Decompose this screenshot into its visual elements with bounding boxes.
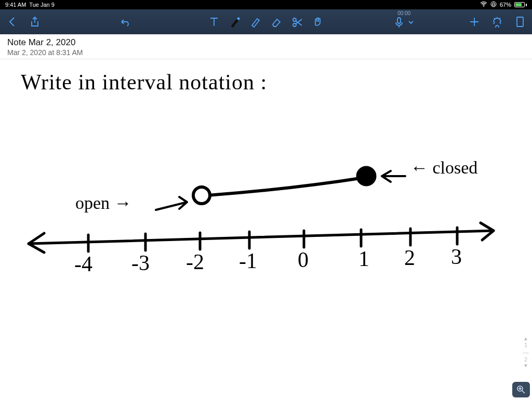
svg-point-6	[193, 187, 210, 204]
note-title: Note Mar 2, 2020	[7, 37, 525, 48]
pages-button[interactable]	[513, 15, 527, 29]
settings-button[interactable]	[490, 15, 504, 29]
page-up-arrow[interactable]: ▲	[523, 337, 528, 341]
page-indicator[interactable]: ▲ 1 — 2 ▼	[521, 337, 531, 368]
tick-1: 1	[358, 246, 369, 271]
svg-rect-5	[517, 17, 523, 26]
recording-group: 00:00	[394, 10, 415, 29]
microphone-button[interactable]	[394, 16, 404, 29]
tick-0: 0	[298, 247, 309, 272]
pen-tool[interactable]	[228, 15, 242, 29]
note-header: Note Mar 2, 2020 Mar 2, 2020 at 8:31 AM	[0, 34, 532, 59]
zoom-button[interactable]	[512, 382, 530, 397]
scissors-tool[interactable]	[290, 15, 304, 29]
battery-icon	[514, 2, 527, 7]
back-button[interactable]	[5, 15, 19, 29]
svg-rect-4	[397, 18, 401, 23]
svg-point-7	[357, 167, 375, 185]
hand-tool[interactable]	[311, 15, 325, 29]
highlighter-tool[interactable]	[249, 15, 262, 29]
note-timestamp: Mar 2, 2020 at 8:31 AM	[7, 48, 525, 57]
share-button[interactable]	[28, 15, 42, 29]
undo-button[interactable]	[118, 15, 132, 29]
note-canvas[interactable]: Write in interval notation : open → ← cl…	[0, 59, 532, 399]
tick-3: 3	[451, 244, 462, 269]
tick-2: 2	[404, 245, 415, 270]
numberline-drawing	[0, 59, 532, 399]
page-total: 2	[524, 356, 527, 363]
page-divider: —	[523, 349, 529, 355]
status-time: 9:41 AM	[5, 2, 26, 8]
tick-neg4: -4	[74, 251, 92, 276]
recording-timer: 00:00	[397, 10, 410, 16]
mic-dropdown[interactable]	[407, 19, 415, 26]
page-current: 1	[524, 342, 527, 348]
app-toolbar: 00:00	[0, 9, 532, 34]
orientation-lock-icon	[490, 1, 497, 8]
tick-neg3: -3	[131, 250, 150, 275]
page-down-arrow[interactable]: ▼	[523, 364, 528, 368]
add-button[interactable]	[468, 15, 481, 29]
battery-percent: 67%	[500, 2, 511, 8]
status-date: Tue Jan 9	[29, 2, 55, 8]
tick-neg2: -2	[186, 249, 204, 274]
text-tool[interactable]	[207, 15, 221, 29]
svg-point-0	[483, 6, 484, 7]
wifi-icon	[480, 2, 487, 8]
tick-neg1: -1	[239, 248, 257, 273]
eraser-tool[interactable]	[270, 15, 283, 29]
ipad-status-bar: 9:41 AM Tue Jan 9 67%	[0, 0, 532, 9]
